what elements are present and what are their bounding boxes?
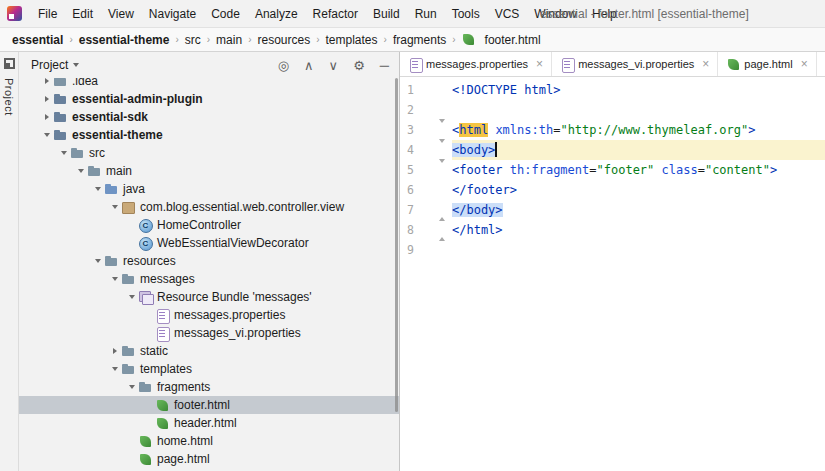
tree-item-templates[interactable]: templates (19, 360, 399, 378)
code-token: html (459, 123, 488, 137)
tree-item-src[interactable]: src (19, 144, 399, 162)
html-file-icon (462, 33, 476, 47)
breadcrumb-label: essential (12, 33, 63, 47)
code-line[interactable]: <footer th:fragment="footer" class="cont… (452, 160, 825, 180)
breadcrumb-item-resources[interactable]: resources (255, 32, 312, 48)
breadcrumb-item-fragments[interactable]: fragments (391, 32, 448, 48)
menu-item-vcs[interactable]: VCS (492, 5, 523, 23)
tree-item-messages[interactable]: messages (19, 270, 399, 288)
tree-item-resource-bundle-messages[interactable]: Resource Bundle 'messages' (19, 288, 399, 306)
menu-item-navigate[interactable]: Navigate (146, 5, 199, 23)
tree-item-homecontroller[interactable]: HomeController (19, 216, 399, 234)
tree-item-main[interactable]: main (19, 162, 399, 180)
breadcrumb-item-src[interactable]: src (183, 32, 203, 48)
chevron-right-icon[interactable] (40, 78, 53, 84)
menu-item-edit[interactable]: Edit (69, 5, 96, 23)
chevron-down-icon[interactable] (125, 295, 138, 299)
chevron-right-icon[interactable] (108, 348, 121, 354)
editor-tab-messages-properties[interactable]: messages.properties× (400, 52, 552, 76)
menu-item-build[interactable]: Build (370, 5, 403, 23)
breadcrumb-item-essential[interactable]: essential (10, 32, 65, 48)
fold-marker-icon[interactable] (439, 160, 445, 180)
fold-marker-icon[interactable] (439, 220, 445, 240)
tree-item-java[interactable]: java (19, 180, 399, 198)
project-stripe-button[interactable]: Project (3, 78, 15, 116)
editor-tab-messages-vi-properties[interactable]: messages_vi.properties× (552, 52, 718, 76)
project-panel-title[interactable]: Project (31, 58, 68, 72)
tree-item-essential-theme[interactable]: essential-theme (19, 126, 399, 144)
tree-item-home-html[interactable]: home.html (19, 432, 399, 450)
chevron-down-icon[interactable] (73, 63, 79, 67)
code-editor[interactable]: <!DOCTYPE html><html xmlns:th="http://ww… (452, 77, 825, 471)
properties-icon (155, 326, 169, 340)
menu-item-code[interactable]: Code (208, 5, 243, 23)
code-line[interactable]: </body> (452, 200, 825, 220)
code-token: > (770, 163, 777, 177)
chevron-down-icon[interactable] (57, 151, 70, 155)
tree-item-essential-admin-plugin[interactable]: essential-admin-plugin (19, 90, 399, 108)
close-tab-icon[interactable]: × (801, 57, 808, 71)
tree-item-fragments[interactable]: fragments (19, 378, 399, 396)
menu-item-analyze[interactable]: Analyze (252, 5, 301, 23)
tree-item-messages-vi-properties[interactable]: messages_vi.properties (19, 324, 399, 342)
menu-item-view[interactable]: View (105, 5, 137, 23)
tab-label: messages.properties (426, 58, 528, 70)
breadcrumb-item-templates[interactable]: templates (324, 32, 380, 48)
tree-item-com-blog-essential-web-controller-view[interactable]: com.blog.essential.web.controller.view (19, 198, 399, 216)
app-logo-icon[interactable] (7, 6, 22, 21)
tree-item-page-html[interactable]: page.html (19, 450, 399, 468)
folder-icon (121, 362, 135, 376)
menu-item-tools[interactable]: Tools (449, 5, 483, 23)
tree-item-static[interactable]: static (19, 342, 399, 360)
editor-body: 123456789 <!DOCTYPE html><html xmlns:th=… (400, 77, 825, 471)
locate-icon[interactable]: ◎ (278, 59, 289, 72)
breadcrumb-item-essential-theme[interactable]: essential-theme (77, 32, 172, 48)
tree-item-messages-properties[interactable]: messages.properties (19, 306, 399, 324)
close-tab-icon[interactable]: × (536, 57, 543, 71)
editor-tab-ho[interactable]: ho (817, 52, 825, 76)
fold-marker-icon[interactable] (439, 120, 445, 140)
chevron-down-icon[interactable] (40, 133, 53, 137)
chevron-down-icon[interactable] (108, 367, 121, 371)
tree-item-resources[interactable]: resources (19, 252, 399, 270)
settings-icon[interactable]: ⚙ (353, 59, 365, 72)
chevron-down-icon[interactable] (108, 205, 121, 209)
code-line[interactable]: </html> (452, 220, 825, 240)
chevron-down-icon[interactable] (91, 187, 104, 191)
menu-item-run[interactable]: Run (412, 5, 440, 23)
code-line[interactable]: <body> (452, 140, 825, 160)
chevron-down-icon[interactable] (125, 385, 138, 389)
fold-marker-icon[interactable] (439, 140, 445, 160)
chevron-down-icon[interactable] (74, 169, 87, 173)
chevron-right-icon[interactable] (40, 96, 53, 102)
gutter-line: 1 (400, 80, 452, 100)
tree-item-webessentialviewdecorator[interactable]: WebEssentialViewDecorator (19, 234, 399, 252)
menu-item-file[interactable]: File (35, 5, 60, 23)
tool-windows-icon[interactable] (4, 58, 15, 69)
code-line[interactable] (452, 100, 825, 120)
code-token: > (748, 123, 755, 137)
close-tab-icon[interactable]: × (702, 57, 709, 71)
fold-marker-icon[interactable] (439, 200, 445, 220)
chevron-right-icon[interactable] (40, 114, 53, 120)
code-line[interactable]: <html xmlns:th="http://www.thymeleaf.org… (452, 120, 825, 140)
code-line[interactable] (452, 240, 825, 260)
chevron-down-icon[interactable] (108, 277, 121, 281)
code-line[interactable]: <!DOCTYPE html> (452, 80, 825, 100)
bundle-icon (138, 290, 152, 304)
tree-item-essential-sdk[interactable]: essential-sdk (19, 108, 399, 126)
breadcrumb-item-main[interactable]: main (214, 32, 244, 48)
project-tree-scrollbar[interactable] (395, 78, 398, 412)
tree-item-footer-html[interactable]: footer.html (19, 396, 399, 414)
collapse-all-icon[interactable]: ∧ (304, 59, 314, 72)
code-line[interactable]: </footer> (452, 180, 825, 200)
hide-icon[interactable]: ─ (380, 59, 389, 72)
breadcrumb-separator-icon: › (69, 34, 72, 45)
editor-tab-page-html[interactable]: page.html× (718, 52, 816, 76)
module-icon (53, 128, 67, 142)
tree-item-header-html[interactable]: header.html (19, 414, 399, 432)
breadcrumb-item-footer-html[interactable]: footer.html (460, 32, 543, 48)
chevron-down-icon[interactable] (91, 259, 104, 263)
expand-all-icon[interactable]: ∨ (329, 59, 339, 72)
menu-item-refactor[interactable]: Refactor (310, 5, 361, 23)
